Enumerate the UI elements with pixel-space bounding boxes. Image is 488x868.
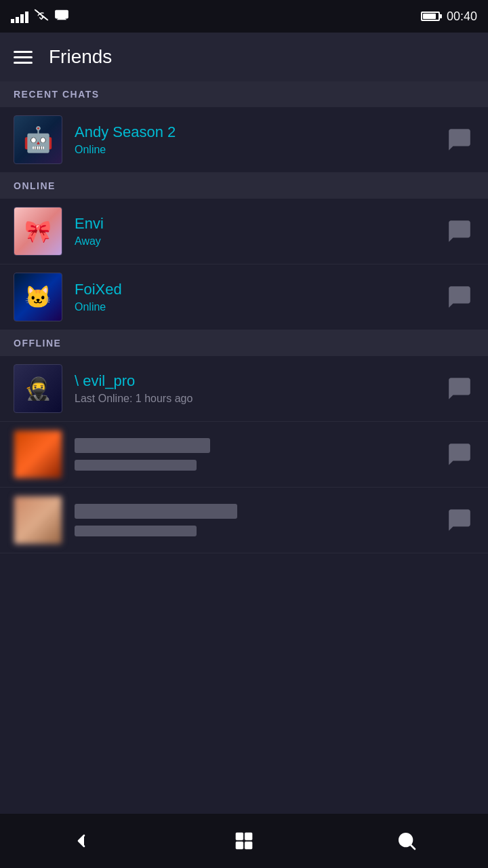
chat-button[interactable] xyxy=(445,125,474,155)
svg-line-7 xyxy=(411,845,415,849)
list-item[interactable] xyxy=(0,422,488,488)
friend-info: Andy Season 2 Online xyxy=(75,123,438,156)
list-item[interactable]: FoiXed Online xyxy=(0,264,488,330)
menu-button[interactable] xyxy=(14,51,33,64)
friend-name: Andy Season 2 xyxy=(75,123,438,141)
signal-icon xyxy=(11,9,28,23)
chat-button[interactable] xyxy=(445,439,474,469)
friend-name: FoiXed xyxy=(75,281,438,298)
time-display: 00:40 xyxy=(447,9,477,24)
friend-name xyxy=(75,504,237,519)
friend-info xyxy=(75,504,438,536)
avatar xyxy=(14,364,62,413)
page-title: Friends xyxy=(49,46,112,68)
section-offline-label: OFFLINE xyxy=(14,338,61,349)
avatar xyxy=(14,115,62,164)
chat-button[interactable] xyxy=(445,374,474,403)
avatar xyxy=(14,496,62,545)
section-offline: OFFLINE xyxy=(0,330,488,356)
avatar xyxy=(14,273,62,321)
avatar xyxy=(14,430,62,479)
main-content: RECENT CHATS Andy Season 2 Online ONLINE… xyxy=(0,81,488,608)
back-button[interactable] xyxy=(54,814,108,868)
friend-name xyxy=(75,438,210,453)
svg-rect-1 xyxy=(55,9,68,18)
home-button[interactable] xyxy=(217,814,271,868)
section-online-label: ONLINE xyxy=(14,180,56,191)
search-button[interactable] xyxy=(380,814,434,868)
friend-status: Last Online: 1 hours ago xyxy=(75,393,438,405)
friend-name: \ evil_pro xyxy=(75,372,438,390)
avatar xyxy=(14,207,62,256)
chat-button[interactable] xyxy=(445,216,474,246)
friend-name: Envi xyxy=(75,215,438,233)
svg-point-6 xyxy=(399,833,412,846)
friend-status xyxy=(75,460,197,471)
svg-rect-4 xyxy=(236,842,243,849)
list-item[interactable] xyxy=(0,488,488,553)
message-icon xyxy=(54,9,69,24)
list-item[interactable]: Andy Season 2 Online xyxy=(0,107,488,173)
friend-info: FoiXed Online xyxy=(75,281,438,313)
svg-rect-2 xyxy=(236,833,243,840)
section-recent-chats: RECENT CHATS xyxy=(0,81,488,107)
svg-rect-5 xyxy=(245,842,252,849)
friend-info xyxy=(75,438,438,471)
wifi-off-icon xyxy=(34,9,49,24)
section-online: ONLINE xyxy=(0,173,488,199)
header: Friends xyxy=(0,33,488,81)
status-left xyxy=(11,9,69,24)
chat-button[interactable] xyxy=(445,505,474,535)
friend-info: Envi Away xyxy=(75,215,438,248)
svg-line-0 xyxy=(35,10,47,20)
chat-button[interactable] xyxy=(445,282,474,312)
status-bar: 00:40 xyxy=(0,0,488,33)
friend-info: \ evil_pro Last Online: 1 hours ago xyxy=(75,372,438,405)
bottom-nav xyxy=(0,814,488,868)
friend-status xyxy=(75,526,197,536)
friend-status: Online xyxy=(75,301,438,313)
list-item[interactable]: \ evil_pro Last Online: 1 hours ago xyxy=(0,356,488,422)
section-recent-chats-label: RECENT CHATS xyxy=(14,89,100,100)
friend-status: Online xyxy=(75,144,438,156)
list-item[interactable]: Envi Away xyxy=(0,199,488,264)
battery-icon xyxy=(421,12,440,21)
friend-status: Away xyxy=(75,235,438,248)
svg-rect-3 xyxy=(245,833,252,840)
status-right: 00:40 xyxy=(421,9,477,24)
